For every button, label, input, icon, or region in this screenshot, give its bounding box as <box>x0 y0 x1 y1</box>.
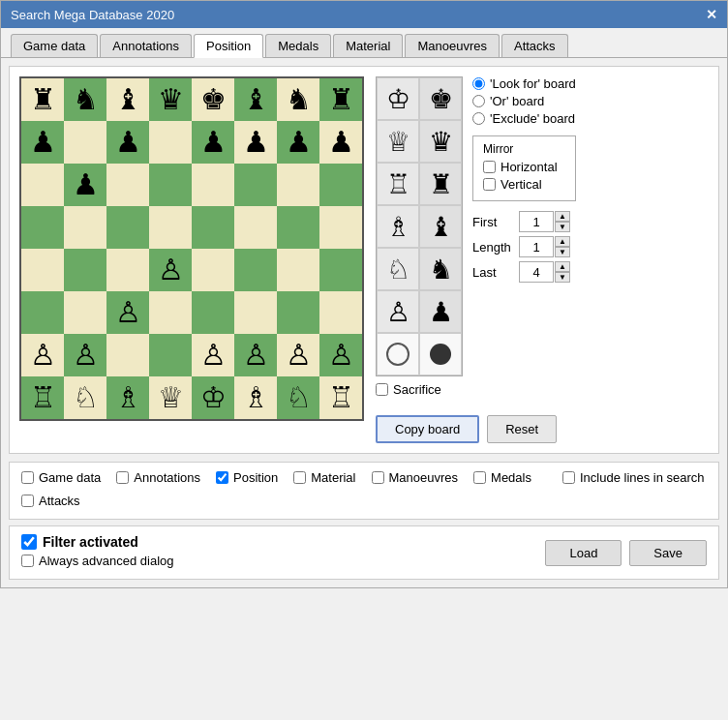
load-button[interactable]: Load <box>545 540 622 566</box>
copy-board-button[interactable]: Copy board <box>376 415 479 443</box>
board-cell-2-3[interactable] <box>149 164 192 206</box>
board-cell-7-5[interactable]: ♗ <box>234 376 277 419</box>
board-cell-6-7[interactable]: ♙ <box>319 334 362 376</box>
tab-position[interactable]: Position <box>194 34 263 58</box>
board-cell-4-5[interactable] <box>234 249 277 291</box>
tab-material[interactable]: Material <box>333 34 403 57</box>
board-cell-0-2[interactable]: ♝ <box>106 78 149 121</box>
first-value[interactable] <box>519 211 554 232</box>
board-cell-7-1[interactable]: ♘ <box>64 376 106 419</box>
board-cell-1-3[interactable] <box>149 121 192 164</box>
black-piece-4[interactable]: ♞ <box>419 248 462 290</box>
mirror-vertical[interactable]: Vertical <box>483 177 565 192</box>
board-cell-7-4[interactable]: ♔ <box>192 376 234 419</box>
board-cell-4-2[interactable] <box>106 249 149 291</box>
board-cell-2-4[interactable] <box>192 164 234 206</box>
board-cell-7-7[interactable]: ♖ <box>319 376 362 419</box>
last-down-btn[interactable]: ▼ <box>555 272 570 283</box>
tab-medals[interactable]: Medals <box>265 34 331 57</box>
chk-annotations[interactable]: Annotations <box>116 470 200 485</box>
radio-exclude[interactable]: 'Exclude' board <box>472 111 576 126</box>
board-cell-3-3[interactable] <box>149 206 192 249</box>
white-piece-3[interactable]: ♗ <box>377 205 419 248</box>
board-cell-0-3[interactable]: ♛ <box>149 78 192 121</box>
length-value[interactable] <box>519 236 554 257</box>
chk-attacks[interactable]: Attacks <box>21 494 80 508</box>
filled-square-piece[interactable] <box>419 333 462 375</box>
board-cell-1-2[interactable]: ♟ <box>106 121 149 164</box>
board-cell-5-6[interactable] <box>277 291 319 334</box>
white-piece-0[interactable]: ♔ <box>377 77 419 120</box>
board-cell-2-7[interactable] <box>319 164 362 206</box>
sacrifice-checkbox[interactable]: Sacrifice <box>376 382 441 397</box>
black-piece-3[interactable]: ♝ <box>419 205 462 248</box>
first-down-btn[interactable]: ▼ <box>555 222 570 232</box>
board-cell-0-1[interactable]: ♞ <box>64 78 106 121</box>
board-cell-1-4[interactable]: ♟ <box>192 121 234 164</box>
save-button[interactable]: Save <box>629 540 707 566</box>
board-cell-0-7[interactable]: ♜ <box>319 78 362 121</box>
board-cell-6-3[interactable] <box>149 334 192 376</box>
chk-manoeuvres[interactable]: Manoeuvres <box>372 470 459 485</box>
chk-material[interactable]: Material <box>293 470 355 485</box>
board-cell-3-6[interactable] <box>277 206 319 249</box>
board-cell-0-4[interactable]: ♚ <box>192 78 234 121</box>
board-grid[interactable]: ♜♞♝♛♚♝♞♜♟♟♟♟♟♟♟♙♙♙♙♙♙♙♙♖♘♗♕♔♗♘♖ <box>19 76 364 421</box>
empty-square-piece[interactable] <box>377 333 419 375</box>
last-up-btn[interactable]: ▲ <box>555 261 570 272</box>
black-piece-5[interactable]: ♟ <box>419 290 462 333</box>
board-cell-7-6[interactable]: ♘ <box>277 376 319 419</box>
close-button[interactable]: ✕ <box>706 7 717 22</box>
board-cell-2-6[interactable] <box>277 164 319 206</box>
chk-medals[interactable]: Medals <box>473 470 531 485</box>
board-cell-2-0[interactable] <box>21 164 64 206</box>
white-piece-5[interactable]: ♙ <box>377 290 419 333</box>
last-value[interactable] <box>519 261 554 283</box>
board-cell-7-3[interactable]: ♕ <box>149 376 192 419</box>
tab-manoeuvres[interactable]: Manoeuvres <box>405 34 500 57</box>
tab-game-data[interactable]: Game data <box>11 34 98 57</box>
board-cell-3-5[interactable] <box>234 206 277 249</box>
chk-position[interactable]: Position <box>216 470 278 485</box>
board-cell-2-1[interactable]: ♟ <box>64 164 106 206</box>
board-cell-4-3[interactable]: ♙ <box>149 249 192 291</box>
board-cell-4-1[interactable] <box>64 249 106 291</box>
board-cell-3-2[interactable] <box>106 206 149 249</box>
chk-game-data[interactable]: Game data <box>21 470 101 485</box>
board-cell-6-5[interactable]: ♙ <box>234 334 277 376</box>
board-cell-4-4[interactable] <box>192 249 234 291</box>
board-cell-0-5[interactable]: ♝ <box>234 78 277 121</box>
board-cell-6-6[interactable]: ♙ <box>277 334 319 376</box>
black-piece-1[interactable]: ♛ <box>419 120 462 163</box>
board-cell-1-1[interactable] <box>64 121 106 164</box>
board-cell-4-0[interactable] <box>21 249 64 291</box>
first-up-btn[interactable]: ▲ <box>555 211 570 222</box>
board-cell-5-2[interactable]: ♙ <box>106 291 149 334</box>
white-piece-1[interactable]: ♕ <box>377 120 419 163</box>
board-cell-6-2[interactable] <box>106 334 149 376</box>
radio-or-board[interactable]: 'Or' board <box>472 94 576 108</box>
board-cell-5-4[interactable] <box>192 291 234 334</box>
black-piece-2[interactable]: ♜ <box>419 163 462 205</box>
board-cell-5-0[interactable] <box>21 291 64 334</box>
board-cell-6-1[interactable]: ♙ <box>64 334 106 376</box>
board-cell-6-0[interactable]: ♙ <box>21 334 64 376</box>
length-down-btn[interactable]: ▼ <box>555 247 570 257</box>
board-cell-2-2[interactable] <box>106 164 149 206</box>
board-cell-7-0[interactable]: ♖ <box>21 376 64 419</box>
board-cell-5-1[interactable] <box>64 291 106 334</box>
mirror-horizontal[interactable]: Horizontal <box>483 160 565 174</box>
always-advanced-checkbox[interactable]: Always advanced dialog <box>21 554 173 568</box>
chk-include-lines[interactable]: Include lines in search <box>562 470 705 485</box>
board-cell-4-7[interactable] <box>319 249 362 291</box>
board-cell-2-5[interactable] <box>234 164 277 206</box>
board-cell-5-7[interactable] <box>319 291 362 334</box>
board-cell-3-7[interactable] <box>319 206 362 249</box>
board-cell-0-0[interactable]: ♜ <box>21 78 64 121</box>
board-cell-3-1[interactable] <box>64 206 106 249</box>
board-cell-5-5[interactable] <box>234 291 277 334</box>
tab-annotations[interactable]: Annotations <box>100 34 192 57</box>
tab-attacks[interactable]: Attacks <box>501 34 568 57</box>
white-piece-2[interactable]: ♖ <box>377 163 419 205</box>
board-cell-0-6[interactable]: ♞ <box>277 78 319 121</box>
